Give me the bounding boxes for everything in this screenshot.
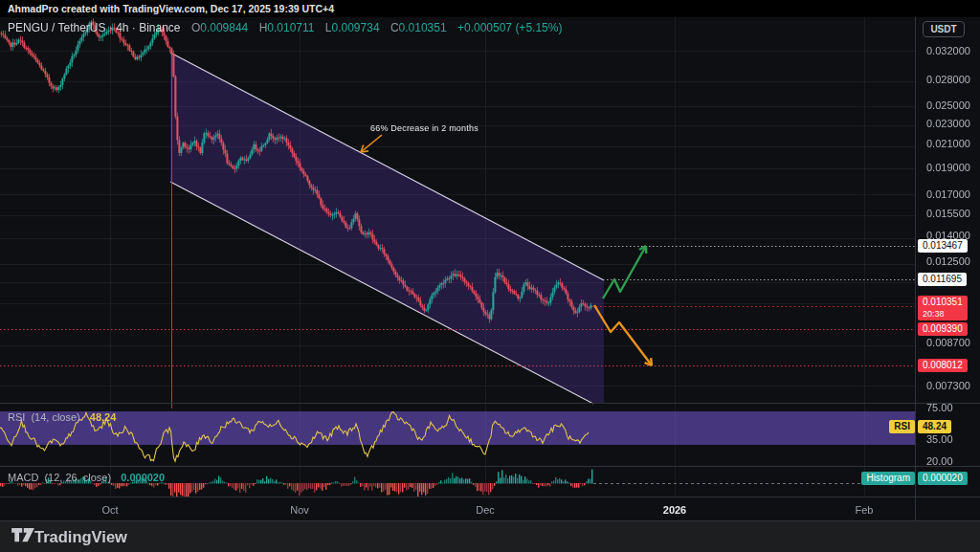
rsi-axis-label: 75.00: [926, 402, 953, 413]
price-axis-label: 0.007300: [926, 380, 970, 391]
price-axis-label: 0.015500: [926, 208, 970, 219]
target-level-badge: 0.013467: [918, 239, 968, 253]
rsi-axis-label-badge: RSI: [889, 420, 915, 433]
low-label: L: [325, 21, 332, 34]
rsi-params: (14, close): [31, 411, 79, 423]
price-axis-label: 0.012500: [926, 255, 970, 267]
channel-annotation-text[interactable]: 66% Decrease in 2 months: [370, 123, 479, 133]
price-axis-label: 0.019000: [926, 162, 970, 173]
support-level-badge: 0.008012: [918, 359, 968, 372]
current-price-badge: 0.01035120:38: [918, 296, 968, 320]
tradingview-brand-text[interactable]: TradingView: [34, 521, 127, 552]
currency-toggle-button[interactable]: USDT: [923, 21, 965, 37]
rsi-axis-value-badge: 48.24: [918, 420, 951, 433]
close-value: 0.010351: [399, 21, 447, 34]
macd-histogram-label-badge: Histogram: [861, 472, 915, 485]
price-axis-label: 0.008700: [926, 337, 970, 348]
price-axis-label: 0.032000: [926, 45, 970, 56]
attribution-text: AhmadPro created with TradingView.com, D…: [8, 3, 334, 14]
time-axis-label: Nov: [290, 504, 309, 516]
rsi-axis-label: 20.00: [926, 455, 953, 467]
time-axis-label: Oct: [101, 504, 118, 516]
tradingview-chart-window: AhmadPro created with TradingView.com, D…: [0, 0, 980, 552]
rsi-legend: RSI (14, close) 48.24: [8, 411, 116, 423]
support-level-badge: 0.009390: [918, 322, 968, 336]
rsi-title[interactable]: RSI: [8, 411, 25, 423]
price-axis-label: 0.025000: [926, 99, 970, 111]
price-chart-canvas[interactable]: [0, 0, 980, 552]
tradingview-logo-icon[interactable]: [11, 528, 34, 546]
time-axis-label: Dec: [476, 504, 495, 516]
symbol-title[interactable]: PENGU / TetherUS · 4h · Binance: [8, 21, 181, 34]
price-axis-label: 0.021000: [926, 138, 970, 149]
time-axis[interactable]: [0, 497, 915, 520]
breakout-level-badge: 0.011695: [918, 273, 967, 286]
macd-value: 0.000020: [121, 472, 165, 483]
price-axis-label: 0.028000: [926, 74, 970, 85]
macd-histogram-value-badge: 0.000020: [918, 472, 968, 485]
macd-legend: MACD (12, 26, close) 0.000020: [8, 472, 165, 483]
symbol-legend: PENGU / TetherUS · 4h · Binance O0.00984…: [8, 21, 562, 34]
time-axis-label: Feb: [856, 504, 874, 516]
rsi-axis-label: 35.00: [926, 433, 953, 445]
countdown-timer: 20:38: [923, 308, 963, 320]
rsi-value: 48.24: [90, 411, 117, 423]
high-label: H: [259, 21, 268, 34]
time-axis-label: 2026: [663, 504, 686, 516]
change-value: +0.000507 (+5.15%): [457, 21, 562, 34]
high-value: 0.010711: [267, 21, 314, 34]
open-label: O: [191, 21, 200, 34]
macd-title[interactable]: MACD: [8, 472, 38, 483]
footer-bar: TradingView: [0, 521, 980, 552]
open-value: 0.009844: [200, 21, 248, 34]
close-label: C: [390, 21, 399, 34]
macd-params: (12, 26, close): [44, 472, 111, 483]
price-axis-label: 0.023000: [926, 118, 970, 129]
attribution-bar: AhmadPro created with TradingView.com, D…: [0, 0, 980, 17]
price-axis-label: 0.017000: [926, 188, 970, 200]
low-value: 0.009734: [332, 21, 380, 34]
